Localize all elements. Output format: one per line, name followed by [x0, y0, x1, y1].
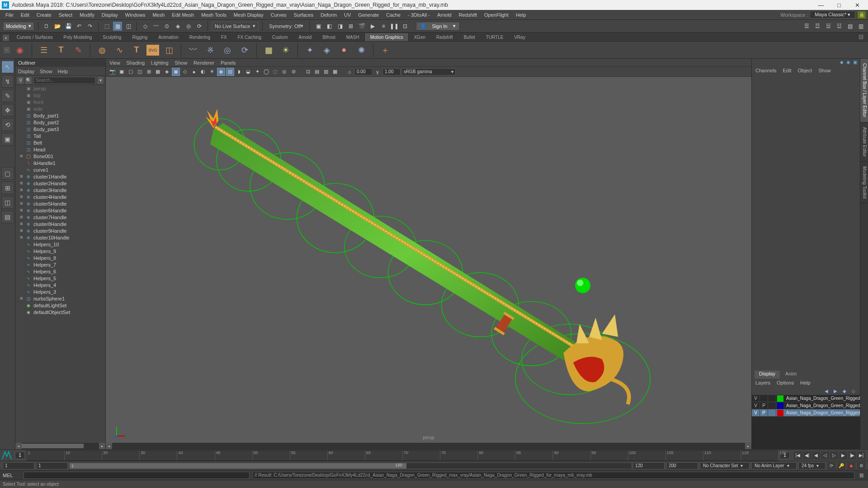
- workspace-dropdown[interactable]: Maya Classic* ▾: [810, 11, 855, 19]
- go-to-start-icon[interactable]: |◀: [794, 451, 802, 460]
- select-mode-icon[interactable]: ⬚: [102, 22, 111, 31]
- step-back-icon[interactable]: ◀: [812, 451, 820, 460]
- vp-gate-icon[interactable]: ▣: [172, 68, 180, 76]
- outliner-item[interactable]: ∿Helpers_3: [15, 288, 105, 295]
- vp-t9-icon[interactable]: ◎: [280, 68, 288, 76]
- layer-new-empty-icon[interactable]: ◆: [841, 388, 848, 394]
- cb-icon-2[interactable]: ◉: [846, 60, 850, 65]
- menu-file[interactable]: File: [2, 10, 17, 20]
- vp-t2-icon[interactable]: ◫: [136, 68, 144, 76]
- step-forward-icon[interactable]: ▶: [839, 451, 847, 460]
- outliner-item[interactable]: ▣front: [15, 99, 105, 105]
- vp-tex-icon[interactable]: ▨: [226, 68, 234, 76]
- layer-list[interactable]: VAsian_Naga_Dragon_Green_Rigged_HelpeVPA…: [752, 395, 860, 449]
- layout-four-icon[interactable]: ⊞: [1, 182, 14, 194]
- snap-live-icon[interactable]: ◎: [184, 22, 193, 31]
- vp-exposure-icon[interactable]: ☼: [345, 68, 354, 76]
- vp-xray-icon[interactable]: ⊘: [289, 68, 297, 76]
- character-set-dropdown[interactable]: No Character Set▾: [700, 462, 750, 469]
- expand-icon[interactable]: ⊞: [19, 208, 24, 212]
- vp-t11-icon[interactable]: ▥: [322, 68, 330, 76]
- vp-wire-icon[interactable]: ◇: [181, 68, 189, 76]
- shelf-tab-rendering[interactable]: Rendering: [184, 33, 215, 41]
- shelf-tab-arnold[interactable]: Arnold: [293, 33, 316, 41]
- menu-windows[interactable]: Windows: [122, 10, 149, 20]
- menu-redshift[interactable]: Redshift: [455, 10, 481, 20]
- layer-menu-help[interactable]: Help: [800, 380, 811, 385]
- snap-grid-icon[interactable]: ◇: [141, 22, 150, 31]
- outliner-item[interactable]: ▣top: [15, 92, 105, 99]
- vp-menu-panels[interactable]: Panels: [221, 60, 236, 66]
- render-settings-icon[interactable]: ≡: [379, 22, 388, 31]
- time-slider[interactable]: 1 11020304045505560657075808590951001051…: [0, 449, 868, 461]
- command-input[interactable]: [24, 472, 250, 479]
- panel-toggle-2-icon[interactable]: ☲: [813, 22, 822, 31]
- layer-menu-options[interactable]: Options: [777, 380, 794, 385]
- pause-icon[interactable]: ❚❚: [390, 22, 399, 31]
- shelf-collapse-icon[interactable]: ›: [4, 47, 10, 53]
- undo-icon[interactable]: ↶: [75, 22, 84, 31]
- shelf-tab-fx[interactable]: FX: [216, 33, 232, 41]
- shelf-dyn3-icon[interactable]: ◎: [220, 43, 235, 57]
- range-start-input[interactable]: [3, 462, 34, 469]
- outliner-item[interactable]: ◉defaultObjectSet: [15, 309, 105, 315]
- vp-t8-icon[interactable]: ◌: [271, 68, 279, 76]
- layer-move-down-icon[interactable]: ▶: [832, 388, 839, 394]
- outliner-filter-icon[interactable]: ⚲: [17, 77, 24, 84]
- outliner-item[interactable]: ◫Tail: [15, 132, 105, 139]
- expand-icon[interactable]: ⊞: [19, 202, 24, 206]
- menu-mesh-tools[interactable]: Mesh Tools: [198, 10, 230, 20]
- shelf-n2-icon[interactable]: ◈: [320, 43, 334, 57]
- cb-icon-3[interactable]: ▣: [853, 60, 857, 65]
- layer-row[interactable]: VAsian_Naga_Dragon_Green_Rigged_Helpe: [752, 395, 860, 402]
- shelf-plus-icon[interactable]: ＋: [378, 43, 392, 57]
- shelf-cube-icon[interactable]: ◫: [162, 43, 176, 57]
- shelf-tab-bifrost[interactable]: Bifrost: [317, 33, 340, 41]
- menu-surfaces[interactable]: Surfaces: [290, 10, 317, 20]
- play-back-icon[interactable]: ◁: [821, 451, 829, 460]
- vp-menu-show[interactable]: Show: [175, 60, 188, 66]
- shelf-dyn4-icon[interactable]: ⟳: [237, 43, 252, 57]
- outliner-item[interactable]: ⊞◫nurbsSphere1: [15, 295, 105, 302]
- outliner-menu-show[interactable]: Show: [40, 69, 52, 74]
- vp-gamma-field[interactable]: 1.00: [382, 68, 401, 75]
- range-slider-thumb[interactable]: 1: [70, 463, 406, 469]
- shelf-n3-icon[interactable]: ●: [337, 43, 351, 57]
- shelf-dyn2-icon[interactable]: ※: [203, 43, 217, 57]
- live-surface-dropdown[interactable]: No Live Surface▾: [212, 22, 259, 31]
- outliner-item[interactable]: ⊞⊕cluster5Handle: [15, 200, 105, 207]
- step-back-key-icon[interactable]: ◀|: [803, 451, 811, 460]
- move-tool-icon[interactable]: ✥: [1, 104, 14, 117]
- layer-type-toggle[interactable]: [768, 409, 776, 417]
- outliner-item[interactable]: ⊞⊕cluster1Handle: [15, 173, 105, 180]
- outliner-item[interactable]: ∿Helpers_4: [15, 282, 105, 288]
- paint-select-tool-icon[interactable]: ✎: [1, 89, 14, 102]
- panel-toggle-1-icon[interactable]: ☰: [802, 22, 811, 31]
- sign-in-button[interactable]: 👤 Sign In ▾: [416, 22, 460, 31]
- panel-toggle-5-icon[interactable]: ▤: [845, 22, 854, 31]
- menu-deform[interactable]: Deform: [317, 10, 340, 20]
- layer-tab-anim[interactable]: Anim: [781, 371, 801, 379]
- vp-menu-renderer[interactable]: Renderer: [193, 60, 214, 66]
- shelf-tab-rigging[interactable]: Rigging: [127, 33, 152, 41]
- channel-menu-object[interactable]: Object: [797, 68, 812, 73]
- shelf-tab-poly-modeling[interactable]: Poly Modeling: [58, 33, 97, 41]
- step-forward-key-icon[interactable]: |▶: [848, 451, 856, 460]
- shelf-tab-redshift[interactable]: Redshift: [431, 33, 458, 41]
- ipr-icon[interactable]: ▶: [368, 22, 377, 31]
- vp-t12-icon[interactable]: ▦: [331, 68, 339, 76]
- vp-light-icon[interactable]: ☀: [208, 68, 216, 76]
- vp-camera-icon[interactable]: 📷: [108, 68, 117, 76]
- shelf-tab-bullet[interactable]: Bullet: [459, 33, 480, 41]
- outliner-menu-display[interactable]: Display: [18, 69, 34, 74]
- outliner-item[interactable]: ◫Belt: [15, 139, 105, 146]
- script-lang-label[interactable]: MEL: [3, 473, 21, 478]
- shelf-n1-icon[interactable]: ✦: [302, 43, 317, 57]
- set-key-icon[interactable]: ◆: [847, 462, 855, 469]
- menu-openflight[interactable]: OpenFlight: [481, 10, 512, 20]
- outliner-item[interactable]: ▣side: [15, 105, 105, 112]
- outliner-item[interactable]: ⤵ikHandle1: [15, 160, 105, 166]
- expand-icon[interactable]: ⊞: [19, 195, 24, 199]
- symmetry-dropdown[interactable]: Symmetry: Off ▾: [266, 22, 306, 31]
- outliner-item[interactable]: ⊞⊕cluster2Handle: [15, 180, 105, 187]
